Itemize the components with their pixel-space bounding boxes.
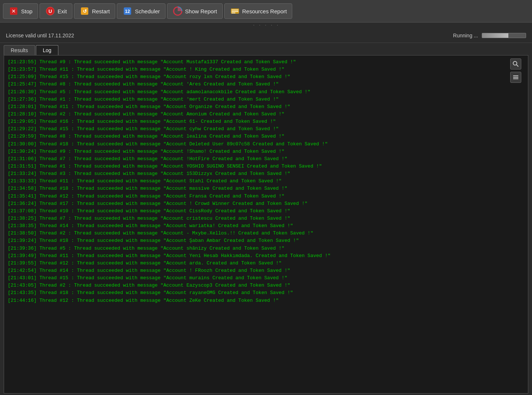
svg-rect-16 <box>513 78 518 79</box>
resources-report-label: Resources Report <box>242 8 287 14</box>
tab-log[interactable]: Log <box>36 45 58 55</box>
stop-button[interactable]: ✕ Stop <box>3 3 38 19</box>
show-report-label: Show Report <box>185 8 217 14</box>
progress-bar-fill <box>482 33 508 38</box>
scheduler-icon: 12 <box>122 6 133 16</box>
svg-rect-15 <box>513 77 518 78</box>
restart-button[interactable]: ↺ Restart <box>74 3 115 19</box>
log-line: [21:36:24] Thread #17 : Thread succeeded… <box>8 200 509 207</box>
scheduler-label: Scheduler <box>135 8 160 14</box>
log-line: [21:30:24] Thread #9 : Thread succeeded … <box>8 148 509 155</box>
svg-text:12: 12 <box>125 9 130 14</box>
tab-results[interactable]: Results <box>4 45 35 55</box>
svg-line-13 <box>516 65 518 67</box>
log-line: [21:37:08] Thread #10 : Thread succeeded… <box>8 207 509 215</box>
svg-rect-10 <box>232 11 238 12</box>
svg-rect-11 <box>232 13 235 13</box>
log-line: [21:28:01] Thread #11 : Thread succeeded… <box>8 103 509 111</box>
log-line: [21:38:25] Thread #7 : Thread succeeded … <box>8 215 509 222</box>
license-text: License valid until 17.11.2022 <box>6 33 74 38</box>
stop-icon: ✕ <box>8 6 19 16</box>
drag-handle[interactable]: · · · · · <box>0 23 532 28</box>
menu-icon-btn[interactable] <box>510 72 521 83</box>
log-line: [21:35:41] Thread #12 : Thread succeeded… <box>8 193 509 200</box>
log-line: [21:23:55] Thread #9 : Thread succeeded … <box>8 58 509 66</box>
log-line: [21:33:24] Thread #3 : Thread succeeded … <box>8 170 509 178</box>
show-report-button[interactable]: Show Report <box>167 3 223 19</box>
running-status: Running ... <box>453 33 526 38</box>
resources-report-icon <box>230 6 240 16</box>
restart-icon: ↺ <box>79 6 90 16</box>
log-line: [21:27:36] Thread #1 : Thread succeeded … <box>8 96 509 103</box>
statusbar: License valid until 17.11.2022 Running .… <box>0 28 532 43</box>
svg-text:✕: ✕ <box>11 8 16 14</box>
menu-icon <box>512 74 519 81</box>
log-line: [21:25:09] Thread #15 : Thread succeeded… <box>8 73 509 81</box>
log-line: [21:29:05] Thread #16 : Thread succeeded… <box>8 118 509 125</box>
svg-text:U: U <box>48 9 52 14</box>
stop-label: Stop <box>21 8 33 14</box>
log-line: [21:43:35] Thread #18 : Thread succeeded… <box>8 289 509 297</box>
log-line: [21:43:01] Thread #15 : Thread succeeded… <box>8 274 509 282</box>
log-line: [21:38:35] Thread #14 : Thread succeeded… <box>8 222 509 230</box>
svg-text:↺: ↺ <box>82 9 86 14</box>
svg-rect-9 <box>232 10 238 10</box>
log-line: [21:31:51] Thread #1 : Thread succeeded … <box>8 163 509 170</box>
log-line: [21:25:47] Thread #8 : Thread succeeded … <box>8 81 509 88</box>
running-label: Running ... <box>453 33 478 38</box>
log-line: [21:39:49] Thread #11 : Thread succeeded… <box>8 252 509 260</box>
log-line: [21:23:57] Thread #11 : Thread succeeded… <box>8 66 509 73</box>
log-line: [21:30:00] Thread #18 : Thread succeeded… <box>8 141 509 148</box>
svg-point-12 <box>513 61 517 65</box>
log-line: [21:42:54] Thread #14 : Thread succeeded… <box>8 267 509 274</box>
toolbar: ✕ Stop U Exit ↺ Restart 12 <box>0 0 532 23</box>
exit-button[interactable]: U Exit <box>40 3 72 19</box>
exit-icon: U <box>45 6 55 16</box>
log-line: [21:26:30] Thread #5 : Thread succeeded … <box>8 88 509 96</box>
log-line: [21:39:36] Thread #5 : Thread succeeded … <box>8 245 509 252</box>
search-icon <box>512 61 519 67</box>
log-line: [21:44:16] Thread #12 : Thread succeeded… <box>8 297 509 304</box>
log-line: [21:31:06] Thread #7 : Thread succeeded … <box>8 155 509 163</box>
log-line: [21:29:59] Thread #8 : Thread succeeded … <box>8 133 509 140</box>
search-icon-btn[interactable] <box>510 58 521 70</box>
svg-rect-14 <box>513 75 518 76</box>
log-container[interactable]: [21:23:55] Thread #9 : Thread succeeded … <box>4 55 528 394</box>
resources-report-button[interactable]: Resources Report <box>224 3 293 19</box>
log-icons <box>510 58 521 83</box>
log-content: [21:23:55] Thread #9 : Thread succeeded … <box>4 55 528 307</box>
log-line: [21:33:33] Thread #11 : Thread succeeded… <box>8 178 509 185</box>
show-report-icon <box>173 6 183 16</box>
log-line: [21:39:55] Thread #12 : Thread succeeded… <box>8 260 509 267</box>
restart-label: Restart <box>92 8 110 14</box>
tabs: Results Log <box>0 43 532 55</box>
log-line: [21:34:58] Thread #18 : Thread succeeded… <box>8 185 509 192</box>
exit-label: Exit <box>58 8 67 14</box>
log-line: [21:28:10] Thread #2 : Thread succeeded … <box>8 111 509 118</box>
log-line: [21:39:24] Thread #18 : Thread succeeded… <box>8 237 509 244</box>
scheduler-button[interactable]: 12 Scheduler <box>117 3 166 19</box>
log-line: [21:43:05] Thread #2 : Thread succeeded … <box>8 282 509 289</box>
progress-bar <box>482 33 526 38</box>
log-line: [21:29:22] Thread #15 : Thread succeeded… <box>8 125 509 133</box>
log-line: [21:38:50] Thread #2 : Thread succeeded … <box>8 230 509 237</box>
